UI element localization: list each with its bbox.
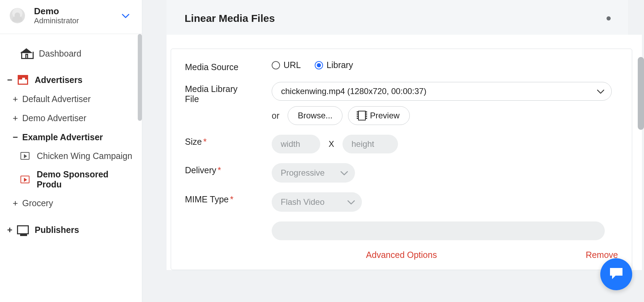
collapse-icon[interactable]: − xyxy=(5,75,15,85)
or-text: or xyxy=(272,111,279,121)
nav-demo-sponsored[interactable]: Demo Sponsored Produ xyxy=(0,165,142,194)
media-file-card: Media Source URL Library Media Library xyxy=(171,49,632,270)
delivery-select[interactable]: Progressive xyxy=(272,163,355,183)
home-icon xyxy=(20,49,33,58)
row-media-source: Media Source URL Library xyxy=(185,60,618,72)
nav-chicken-wing-label: Chicken Wing Campaign xyxy=(37,151,132,161)
radio-icon xyxy=(272,61,280,69)
user-switcher[interactable]: Demo Administrator xyxy=(0,0,142,34)
nav-grocery[interactable]: + Grocery xyxy=(0,194,142,213)
sidebar: Demo Administrator Dashboard − Advertise… xyxy=(0,0,142,302)
main: Linear Media Files Media Source URL Libr… xyxy=(146,0,644,302)
browse-button-label: Browse... xyxy=(298,111,332,120)
height-placeholder: height xyxy=(351,139,374,149)
media-file-select-value: chickenwing.mp4 (1280x720, 00:00:37) xyxy=(281,86,426,96)
row-mime: MIME Type* Flash Video xyxy=(185,192,618,212)
panel-menu-icon[interactable] xyxy=(607,16,611,20)
mime-value: Flash Video xyxy=(281,197,324,207)
radio-icon xyxy=(315,61,323,69)
advertisers-icon xyxy=(17,75,29,85)
nav-publishers-label: Publishers xyxy=(35,225,79,235)
label-empty xyxy=(185,221,272,224)
width-input[interactable]: width xyxy=(272,135,320,153)
card-wrap: Media Source URL Library Media Library xyxy=(167,35,642,270)
label-mime: MIME Type* xyxy=(185,192,272,204)
user-role: Administrator xyxy=(34,16,79,25)
label-media-library-sub: File xyxy=(185,94,272,104)
avatar xyxy=(10,8,25,23)
width-placeholder: width xyxy=(281,139,300,149)
nav-demo-sponsored-label: Demo Sponsored Produ xyxy=(37,169,135,190)
chat-button[interactable] xyxy=(600,258,632,290)
nav-advertisers-label: Advertisers xyxy=(35,75,83,85)
label-mime-text: MIME Type xyxy=(185,194,229,204)
nav-publishers[interactable]: + Publishers xyxy=(0,220,142,240)
publishers-icon xyxy=(17,225,29,234)
chevron-down-icon xyxy=(597,86,604,96)
nav-dashboard-label: Dashboard xyxy=(39,49,81,59)
label-delivery: Delivery* xyxy=(185,163,272,175)
chat-icon xyxy=(609,267,624,282)
nav-demo-advertiser-label: Demo Advertiser xyxy=(22,113,86,123)
placeholder-input[interactable] xyxy=(272,221,605,240)
radio-url-label: URL xyxy=(283,60,301,70)
chevron-down-icon xyxy=(347,197,355,207)
nav-chicken-wing-campaign[interactable]: Chicken Wing Campaign xyxy=(0,147,142,165)
delivery-value: Progressive xyxy=(281,168,325,178)
row-media-library: Media Library File chickenwing.mp4 (1280… xyxy=(185,82,618,125)
campaign-icon xyxy=(19,152,31,160)
panel-header: Linear Media Files xyxy=(167,0,628,35)
nav-example-advertiser-label: Example Advertiser xyxy=(22,132,103,142)
advanced-options-link[interactable]: Advanced Options xyxy=(366,250,437,260)
row-size: Size* width X height xyxy=(185,135,618,153)
height-input[interactable]: height xyxy=(342,135,398,153)
expand-icon[interactable]: + xyxy=(10,113,20,124)
nav: Dashboard − Advertisers + Default Advert… xyxy=(0,34,142,240)
row-placeholder xyxy=(185,221,618,240)
film-icon xyxy=(358,111,366,120)
media-file-select[interactable]: chickenwing.mp4 (1280x720, 00:00:37) xyxy=(272,82,612,101)
row-delivery: Delivery* Progressive xyxy=(185,163,618,183)
nav-default-advertiser-label: Default Advertiser xyxy=(22,94,91,104)
label-size-text: Size xyxy=(185,137,202,146)
campaign-icon xyxy=(19,176,31,183)
nav-advertisers[interactable]: − Advertisers xyxy=(0,70,142,90)
preview-button[interactable]: Preview xyxy=(348,106,409,125)
label-delivery-text: Delivery xyxy=(185,165,216,175)
nav-default-advertiser[interactable]: + Default Advertiser xyxy=(0,90,142,109)
sidebar-scrollbar[interactable] xyxy=(138,34,142,121)
label-media-source: Media Source xyxy=(185,60,272,72)
nav-grocery-label: Grocery xyxy=(22,198,53,208)
collapse-icon[interactable]: − xyxy=(10,132,20,143)
user-name: Demo xyxy=(34,6,79,16)
label-media-library: Media Library File xyxy=(185,82,272,104)
label-media-library-top: Media Library xyxy=(185,84,237,94)
preview-button-label: Preview xyxy=(370,111,399,120)
label-size: Size* xyxy=(185,135,272,147)
expand-icon[interactable]: + xyxy=(5,225,15,235)
main-scrollbar[interactable] xyxy=(638,57,644,130)
radio-library[interactable]: Library xyxy=(315,60,353,70)
nav-demo-advertiser[interactable]: + Demo Advertiser xyxy=(0,109,142,128)
chevron-down-icon xyxy=(122,14,129,20)
size-separator: X xyxy=(329,139,334,149)
panel-title: Linear Media Files xyxy=(185,12,275,24)
mime-select[interactable]: Flash Video xyxy=(272,192,362,212)
radio-library-label: Library xyxy=(327,60,353,70)
nav-dashboard[interactable]: Dashboard xyxy=(0,44,142,63)
chevron-down-icon xyxy=(340,168,348,178)
radio-url[interactable]: URL xyxy=(272,60,301,70)
expand-icon[interactable]: + xyxy=(10,198,20,209)
user-text: Demo Administrator xyxy=(34,6,79,25)
expand-icon[interactable]: + xyxy=(10,94,20,104)
card-footer: Advanced Options Remove xyxy=(185,250,618,260)
nav-example-advertiser[interactable]: − Example Advertiser xyxy=(0,128,142,147)
browse-button[interactable]: Browse... xyxy=(288,106,342,125)
